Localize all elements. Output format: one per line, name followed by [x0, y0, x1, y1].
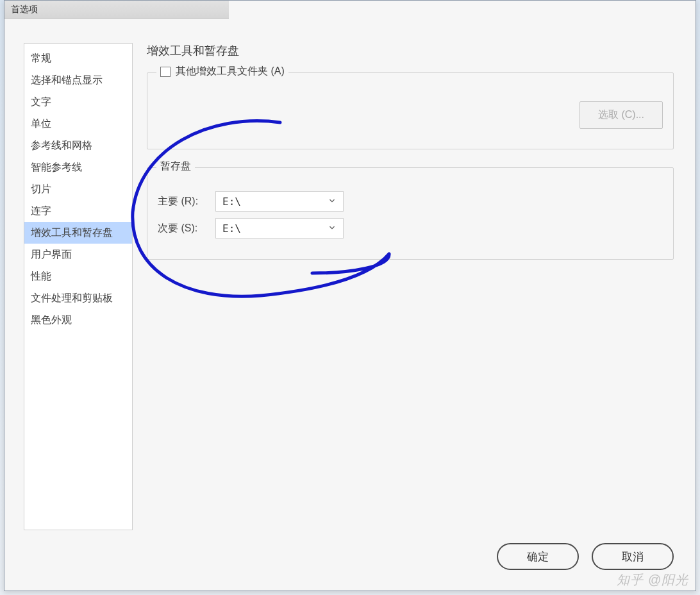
- panel-heading: 增效工具和暂存盘: [147, 43, 674, 58]
- primary-scratch-dropdown[interactable]: E:\: [215, 191, 344, 212]
- sidebar-item-file-clipboard[interactable]: 文件处理和剪贴板: [24, 287, 132, 309]
- ok-button[interactable]: 确定: [497, 543, 579, 570]
- sidebar-item-general[interactable]: 常规: [24, 47, 132, 69]
- sidebar-item-user-interface[interactable]: 用户界面: [24, 244, 132, 265]
- sidebar-item-guides-grid[interactable]: 参考线和网格: [24, 135, 132, 156]
- sidebar-item-slices[interactable]: 切片: [24, 178, 132, 200]
- cancel-button[interactable]: 取消: [592, 543, 674, 570]
- sidebar-item-type[interactable]: 文字: [24, 91, 132, 113]
- chevron-down-icon: [328, 222, 337, 235]
- sidebar-item-performance[interactable]: 性能: [24, 265, 132, 287]
- sidebar-item-hyphenation[interactable]: 连字: [24, 200, 132, 222]
- scratch-legend: 暂存盘: [156, 160, 195, 173]
- plugins-groupbox: 其他增效工具文件夹 (A) 选取 (C)...: [147, 72, 674, 149]
- plugins-folder-label: 其他增效工具文件夹 (A): [176, 65, 285, 78]
- titlebar: 首选项: [4, 1, 229, 19]
- primary-scratch-value: E:\: [222, 196, 241, 208]
- secondary-scratch-dropdown[interactable]: E:\: [215, 218, 344, 239]
- preferences-window: 首选项 常规 选择和锚点显示 文字 单位 参考线和网格 智能参考线 切片 连字 …: [4, 0, 696, 591]
- primary-scratch-row: 主要 (R): E:\: [158, 191, 663, 212]
- content-area: 常规 选择和锚点显示 文字 单位 参考线和网格 智能参考线 切片 连字 增效工具…: [4, 19, 696, 591]
- sidebar-item-smart-guides[interactable]: 智能参考线: [24, 156, 132, 178]
- sidebar-item-selection-anchor[interactable]: 选择和锚点显示: [24, 69, 132, 91]
- secondary-scratch-row: 次要 (S): E:\: [158, 218, 663, 239]
- scratch-disk-groupbox: 暂存盘 主要 (R): E:\ 次要 (S): E:\: [147, 167, 674, 260]
- bottom-button-bar: 确定 取消: [497, 543, 674, 570]
- primary-scratch-label: 主要 (R):: [158, 195, 215, 208]
- sidebar-item-units[interactable]: 单位: [24, 113, 132, 135]
- secondary-scratch-label: 次要 (S):: [158, 222, 215, 235]
- sidebar: 常规 选择和锚点显示 文字 单位 参考线和网格 智能参考线 切片 连字 增效工具…: [24, 43, 133, 530]
- main-panel: 增效工具和暂存盘 其他增效工具文件夹 (A) 选取 (C)... 暂存盘 主要: [147, 43, 674, 278]
- plugins-folder-checkbox[interactable]: [160, 67, 171, 77]
- choose-folder-button[interactable]: 选取 (C)...: [579, 101, 663, 129]
- window-title: 首选项: [11, 4, 38, 15]
- sidebar-item-black-appearance[interactable]: 黑色外观: [24, 309, 132, 331]
- secondary-scratch-value: E:\: [222, 222, 241, 235]
- chevron-down-icon: [328, 196, 337, 208]
- plugins-checkbox-row: 其他增效工具文件夹 (A): [156, 65, 288, 78]
- sidebar-item-plugins-scratch[interactable]: 增效工具和暂存盘: [24, 222, 132, 244]
